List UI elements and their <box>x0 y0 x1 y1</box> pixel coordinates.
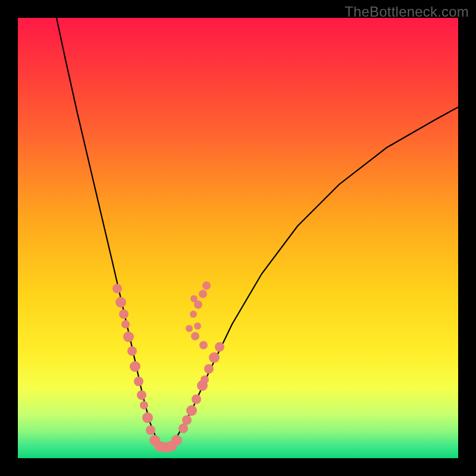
sample-point <box>121 320 130 328</box>
sample-point <box>115 297 126 308</box>
sample-point <box>134 377 143 386</box>
curve-layer <box>18 18 458 458</box>
sample-point <box>119 309 129 319</box>
sample-point <box>191 332 199 340</box>
sample-point <box>190 295 198 302</box>
marker-group <box>112 281 224 453</box>
sample-point <box>146 425 155 435</box>
sample-point <box>171 435 182 446</box>
sample-point <box>137 390 146 400</box>
sample-point <box>142 412 153 423</box>
sample-point <box>130 361 140 372</box>
sample-point <box>199 290 207 298</box>
sample-point <box>186 325 193 332</box>
sample-point <box>178 424 188 433</box>
sample-point <box>140 401 148 409</box>
watermark-text: TheBottleneck.com <box>345 4 469 20</box>
plot-area <box>18 18 458 458</box>
sample-point <box>202 281 211 290</box>
chart-stage: TheBottleneck.com <box>0 0 476 476</box>
sample-point <box>190 311 197 318</box>
sample-point <box>123 331 134 342</box>
sample-point <box>215 342 224 352</box>
sample-point <box>186 405 197 416</box>
sample-point <box>192 394 201 404</box>
bottleneck-curve <box>57 18 458 446</box>
sample-point <box>182 415 192 425</box>
sample-point <box>204 364 214 374</box>
sample-point <box>201 375 209 384</box>
sample-point <box>194 322 201 330</box>
sample-point <box>127 346 137 356</box>
sample-point <box>199 341 208 349</box>
sample-point <box>112 284 122 293</box>
sample-point <box>209 352 220 363</box>
